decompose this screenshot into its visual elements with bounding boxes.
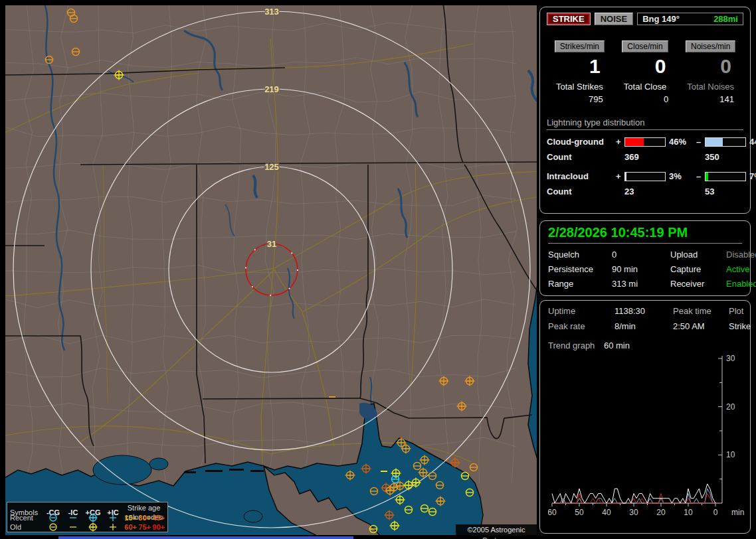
x-tick-50: 50 — [575, 508, 584, 517]
receiver-label: Receiver — [670, 279, 726, 289]
distribution-title: Lightning type distribution — [547, 117, 743, 130]
status-panel: 2/28/2026 10:45:19 PM Squelch 0 Upload D… — [539, 220, 751, 296]
uptime-label: Uptime — [548, 306, 614, 316]
persistence-label: Persistence — [548, 264, 612, 274]
cg-pos-sign: + — [616, 137, 624, 147]
plot-value: Strike — [729, 321, 751, 331]
ring-label-125: 125 — [264, 162, 279, 172]
x-tick-40: 40 — [602, 508, 611, 517]
ring-label-219: 219 — [264, 84, 279, 94]
old-neg-cg-icon — [43, 522, 63, 532]
total-close-value: 0 — [613, 94, 678, 104]
cg-neg-count: 350 — [705, 152, 743, 162]
old-pos-ic-icon — [103, 522, 123, 532]
ic-neg-bar — [705, 172, 746, 181]
peak-time-value: 2:50 AM — [673, 321, 729, 331]
cg-neg-bar — [705, 137, 746, 147]
cg-neg-pct: 44% — [746, 137, 756, 147]
stats-panel: STRIKE NOISE Bng 149° 288mi Strikes/min … — [539, 7, 751, 214]
cloud-ground-label: Cloud-ground — [547, 137, 616, 147]
y-tick-10: 10 — [726, 450, 735, 459]
range-label: Range — [548, 279, 612, 289]
old-neg-ic-icon — [63, 522, 83, 532]
recent-pos-ic-icon — [103, 512, 123, 522]
copyright: ©2005 Astrogenic Systems — [456, 524, 537, 535]
strikes-per-min-value: 1 — [547, 55, 613, 78]
window-edge-strip — [58, 536, 353, 539]
range-value: 313 mi — [612, 279, 670, 289]
x-tick-60: 60 — [548, 508, 557, 517]
ic-neg-count: 53 — [705, 187, 743, 196]
legend-row-recent: Recent — [10, 513, 43, 522]
trend-graph: 1020306050403020100min — [548, 352, 747, 530]
upload-value: Disabled — [726, 250, 756, 260]
cg-pos-pct: 46% — [666, 137, 696, 147]
age-15: 15+ — [123, 513, 137, 522]
cg-neg-sign: – — [696, 137, 705, 147]
map-legend: Symbols -CG -IC +CG +IC Strike age color… — [7, 502, 168, 532]
plot-label: Plot — [729, 306, 751, 316]
age-60: 60+ — [123, 522, 137, 532]
recent-pos-cg-icon — [83, 512, 103, 522]
y-tick-20: 20 — [726, 402, 735, 412]
x-tick-30: 30 — [629, 508, 638, 517]
y-tick-30: 30 — [726, 354, 735, 363]
x-axis-unit: min — [731, 508, 744, 517]
bearing-readout: Bng 149° 288mi — [637, 13, 743, 25]
old-pos-cg-icon — [83, 522, 103, 532]
ic-neg-sign: – — [696, 171, 705, 181]
map-canvas: 31321912531 — [5, 5, 537, 535]
peak-rate-label: Peak rate — [548, 321, 614, 331]
cg-pos-bar — [624, 137, 666, 147]
datetime-display: 2/28/2026 10:45:19 PM — [548, 225, 742, 244]
x-tick-20: 20 — [656, 508, 666, 517]
x-tick-0: 0 — [713, 508, 718, 517]
ic-pos-bar — [624, 172, 666, 181]
strike-mode-button[interactable]: STRIKE — [547, 13, 591, 25]
upload-label: Upload — [670, 250, 726, 260]
total-noises-value: 141 — [678, 94, 743, 104]
peak-rate-value: 8/min — [614, 321, 673, 331]
bearing-distance: 288mi — [713, 14, 738, 24]
age-45: 45+ — [151, 513, 165, 522]
trend-series-negative-cg — [552, 489, 715, 503]
total-strikes-label: Total Strikes — [547, 82, 613, 92]
total-strikes-value: 795 — [547, 94, 613, 104]
ring-label-31: 31 — [267, 239, 276, 249]
close-per-min-value: 0 — [613, 55, 678, 78]
noises-per-min-button[interactable]: Noises/min — [686, 40, 735, 52]
legend-row-old: Old — [10, 522, 43, 532]
close-per-min-button[interactable]: Close/min — [622, 40, 668, 52]
recent-neg-cg-icon — [43, 512, 63, 522]
trend-series-strikes-per-min — [552, 484, 715, 503]
ic-pos-sign: + — [616, 171, 624, 181]
peak-time-label: Peak time — [673, 306, 729, 316]
ic-pos-pct: 3% — [666, 171, 696, 181]
ic-count-label: Count — [547, 187, 616, 196]
trend-graph-label: Trend graph — [548, 341, 595, 350]
squelch-label: Squelch — [548, 250, 612, 260]
ring-label-313: 313 — [264, 7, 279, 17]
receiver-value: Enabled — [726, 279, 756, 289]
age-75: 75+ — [137, 522, 151, 532]
info-panel: Uptime 1138:30 Peak time Plot Peak rate … — [539, 300, 751, 534]
ic-neg-pct: 7% — [746, 171, 756, 181]
persistence-value: 90 min — [612, 264, 670, 274]
lightning-map[interactable]: 31321912531 Symbols -CG -IC +CG +IC Stri… — [5, 5, 537, 535]
noise-mode-button[interactable]: NOISE — [595, 13, 633, 25]
cg-count-label: Count — [547, 152, 616, 162]
age-30: 30+ — [137, 513, 151, 522]
x-tick-10: 10 — [684, 508, 693, 517]
uptime-value: 1138:30 — [614, 306, 673, 316]
bearing-label: Bng 149° — [642, 14, 680, 24]
total-noises-label: Total Noises — [678, 82, 743, 92]
intracloud-label: Intracloud — [547, 171, 616, 181]
strikes-per-min-button[interactable]: Strikes/min — [555, 40, 605, 52]
capture-label: Capture — [670, 264, 726, 274]
recent-neg-ic-icon — [63, 512, 83, 522]
ic-pos-count: 23 — [624, 187, 696, 196]
cg-pos-count: 369 — [624, 152, 696, 162]
age-90: 90+ — [151, 522, 165, 532]
squelch-value: 0 — [612, 250, 670, 260]
total-close-label: Total Close — [613, 82, 678, 92]
